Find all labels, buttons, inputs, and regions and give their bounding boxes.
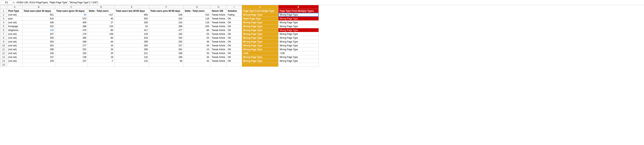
cell-G10[interactable]: -34 <box>184 44 210 48</box>
cell-E8[interactable]: 318 <box>114 36 149 40</box>
cell-B8[interactable]: 305 <box>22 36 55 40</box>
cell-I8[interactable]: OK <box>226 36 242 40</box>
cell-F4[interactable]: 210 <box>149 21 184 25</box>
cell-D14[interactable]: -7 <box>88 59 114 63</box>
cell-A5[interactable]: frontpage <box>7 25 22 28</box>
col-header-J[interactable]: J <box>242 5 278 9</box>
cell-empty-15-8[interactable] <box>226 63 242 67</box>
cell-I4[interactable]: OK <box>226 21 242 25</box>
cell-B6[interactable]: 195 <box>22 28 55 32</box>
col-header-F[interactable]: F <box>149 5 184 9</box>
cell-K9[interactable]: Wrong Page Type <box>278 40 318 44</box>
col-header-D[interactable]: D <box>88 5 114 9</box>
cell-F7[interactable]: 182 <box>149 32 184 36</box>
cell-reference[interactable] <box>1 1 12 5</box>
cell-F5[interactable]: 288 <box>149 25 184 28</box>
col-header-row[interactable] <box>0 5 7 9</box>
header-page-type-multiple[interactable]: Page Type From Multiple Types <box>278 9 318 13</box>
cell-H4[interactable]: Tweak Article <box>210 21 227 25</box>
cell-G13[interactable]: -34 <box>184 55 210 59</box>
cell-C13[interactable]: 138 <box>55 55 88 59</box>
cell-D11[interactable]: 34 <box>88 48 114 51</box>
header-post-type[interactable]: Post Type <box>7 9 22 13</box>
cell-K14[interactable]: Wrong Page Type <box>278 59 318 63</box>
cell-H12[interactable]: Tweak Article <box>210 51 227 55</box>
cell-E6[interactable]: 417 <box>114 28 149 32</box>
cell-D13[interactable]: 19 <box>88 55 114 59</box>
cell-J14[interactable]: Wrong Page Type <box>242 59 278 63</box>
cell-J11[interactable]: Wrong Page Type <box>242 48 278 51</box>
cell-H13[interactable]: Tweak Article <box>210 55 227 59</box>
cell-K8[interactable]: Wrong Page Type <box>278 36 318 40</box>
header-page-type-single[interactable]: Page Type From Single Type <box>242 9 278 13</box>
cell-I13[interactable]: OK <box>226 55 242 59</box>
cell-B2[interactable]: 651 <box>22 13 55 17</box>
cell-A3[interactable]: post <box>7 17 22 21</box>
cell-K5[interactable]: Wrong Page Type <box>278 25 318 28</box>
cell-H8[interactable]: Tweak Article <box>210 36 227 40</box>
cell-D4[interactable]: 27 <box>88 21 114 25</box>
cell-empty-15-5[interactable] <box>149 63 184 67</box>
cell-empty-15-3[interactable] <box>88 63 114 67</box>
cell-H2[interactable]: Tweak Article <box>210 13 227 17</box>
header-solution[interactable]: Solution <box>226 9 242 13</box>
cell-A11[interactable]: (not set) <box>7 48 22 51</box>
cell-J13[interactable]: Wrong Page Type <box>242 55 278 59</box>
cell-K11[interactable]: Wrong Page Type <box>278 48 318 51</box>
col-header-A[interactable]: A <box>7 5 22 9</box>
cell-E13[interactable]: 132 <box>114 55 149 59</box>
cell-empty-15-0[interactable] <box>7 63 22 67</box>
cell-D5[interactable]: 134 <box>88 25 114 28</box>
cell-F13[interactable]: 166 <box>149 55 184 59</box>
cell-B13[interactable]: 157 <box>22 55 55 59</box>
cell-H10[interactable]: Tweak Article <box>210 44 227 48</box>
cell-D10[interactable]: 25 <box>88 44 114 48</box>
cell-J9[interactable]: Wrong Page Type <box>242 40 278 44</box>
cell-empty-15-10[interactable] <box>278 63 318 67</box>
header-above100[interactable]: Above 100 <box>210 9 227 13</box>
cell-E12[interactable]: 221 <box>114 51 149 55</box>
cell-C9[interactable]: 348 <box>55 40 88 44</box>
header-total-prev-6090[interactable]: Total users prev 60-90 days <box>149 9 184 13</box>
cell-F8[interactable]: 343 <box>149 36 184 40</box>
cell-F3[interactable]: 432 <box>149 17 184 21</box>
cell-empty-15-7[interactable] <box>210 63 227 67</box>
cell-F10[interactable]: 317 <box>149 44 184 48</box>
cell-I12[interactable]: OK <box>226 51 242 55</box>
cell-F12[interactable]: 168 <box>149 51 184 55</box>
cell-H5[interactable]: Tweak Article <box>210 25 227 28</box>
cell-C2[interactable]: 90 <box>55 13 88 17</box>
cell-C12[interactable]: 193 <box>55 51 88 55</box>
cell-I2[interactable]: Failing <box>226 13 242 17</box>
cell-A9[interactable]: (not set) <box>7 40 22 44</box>
cell-I14[interactable]: OK <box>226 59 242 63</box>
cell-empty-15-9[interactable] <box>242 63 278 67</box>
cell-G4[interactable]: 118 <box>184 21 210 25</box>
cell-A2[interactable]: (not set) <box>7 13 22 17</box>
cell-G9[interactable]: 46 <box>184 40 210 44</box>
cell-J5[interactable]: Wrong Page Type <box>242 25 278 28</box>
cell-A7[interactable]: (not set) <box>7 32 22 36</box>
cell-G12[interactable]: 53 <box>184 51 210 55</box>
cell-A4[interactable]: (not set) <box>7 21 22 25</box>
cell-F14[interactable]: 68 <box>149 59 184 63</box>
cell-E11[interactable]: 268 <box>114 48 149 51</box>
cell-K4[interactable]: Wrong Page Type <box>278 21 318 25</box>
cell-J3[interactable]: Right Page Type <box>242 17 278 21</box>
cell-I9[interactable]: OK <box>226 40 242 44</box>
header-total-users-prev30[interactable]: Total users (prev 30 days) <box>55 9 88 13</box>
cell-G6[interactable]: -60 <box>184 28 210 32</box>
col-header-E[interactable]: E <box>114 5 149 9</box>
cell-C8[interactable]: 395 <box>55 36 88 40</box>
cell-G3[interactable]: 118 <box>184 17 210 21</box>
col-header-G[interactable]: G <box>184 5 210 9</box>
cell-B11[interactable]: 286 <box>22 48 55 51</box>
header-delta-total[interactable]: Delta - Total users <box>88 9 114 13</box>
cell-B5[interactable]: 422 <box>22 25 55 28</box>
col-header-H[interactable]: H <box>210 5 227 9</box>
cell-C3[interactable]: 570 <box>55 17 88 21</box>
cell-J6[interactable]: Wrong Page Type <box>242 28 278 32</box>
cell-E10[interactable]: 283 <box>114 44 149 48</box>
cell-I5[interactable]: OK <box>226 25 242 28</box>
cell-K7[interactable]: Wrong Page Type <box>278 32 318 36</box>
